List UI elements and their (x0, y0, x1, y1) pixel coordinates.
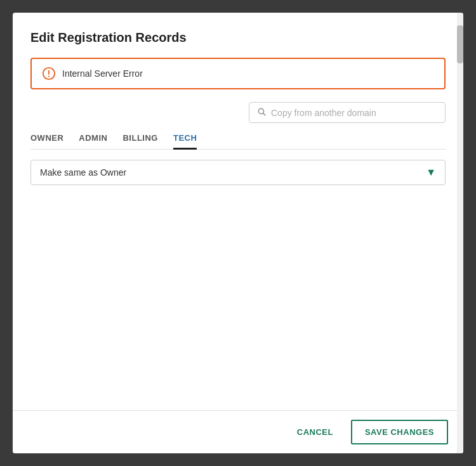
svg-line-4 (263, 113, 265, 115)
error-banner: Internal Server Error (30, 58, 446, 89)
make-same-dropdown[interactable]: Make same as Owner ▼ (30, 160, 446, 185)
search-placeholder: Copy from another domain (271, 108, 376, 118)
error-icon (42, 67, 56, 81)
modal-footer: CANCEL SAVE CHANGES (13, 410, 463, 453)
tab-owner[interactable]: OWNER (30, 133, 63, 150)
tab-admin[interactable]: ADMIN (79, 133, 107, 150)
svg-point-2 (48, 75, 50, 77)
chevron-down-icon: ▼ (426, 167, 436, 178)
modal-body: Edit Registration Records Internal Serve… (13, 13, 463, 410)
search-icon (257, 107, 266, 118)
scrollbar-track[interactable] (457, 13, 463, 453)
tabs-row: OWNER ADMIN BILLING TECH (30, 133, 446, 150)
cancel-button[interactable]: CANCEL (289, 422, 341, 442)
scrollbar-thumb[interactable] (457, 25, 463, 63)
search-row: Copy from another domain (30, 102, 446, 123)
tab-tech[interactable]: TECH (173, 133, 197, 150)
tab-billing[interactable]: BILLING (122, 133, 158, 150)
page-title: Edit Registration Records (30, 30, 446, 45)
modal: Edit Registration Records Internal Serve… (13, 13, 463, 453)
search-box[interactable]: Copy from another domain (249, 102, 446, 123)
dropdown-label: Make same as Owner (40, 167, 126, 178)
save-changes-button[interactable]: SAVE CHANGES (351, 420, 448, 444)
error-message: Internal Server Error (62, 68, 143, 79)
